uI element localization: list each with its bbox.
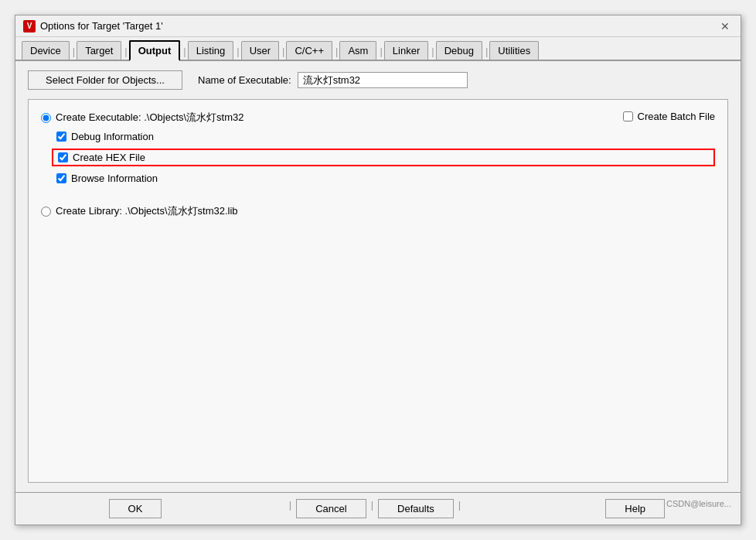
sep1: | xyxy=(71,46,77,57)
create-executable-radio[interactable] xyxy=(41,113,51,123)
footer-center: | Cancel | Defaults | xyxy=(255,499,495,518)
create-batch-file-label: Create Batch File xyxy=(638,111,715,122)
tab-linker[interactable]: Linker xyxy=(384,41,428,60)
footer-sep2: | xyxy=(371,499,373,518)
app-icon: V xyxy=(23,20,36,32)
create-hex-file-checkbox[interactable] xyxy=(58,152,68,162)
watermark: CSDN@leisure... xyxy=(666,499,734,518)
defaults-button[interactable]: Defaults xyxy=(378,499,454,518)
content-area: Select Folder for Objects... Name of Exe… xyxy=(15,61,741,492)
create-library-radio[interactable] xyxy=(41,207,51,217)
dialog: V Options for Target 'Target 1' ✕ Device… xyxy=(15,15,741,525)
tab-utilities[interactable]: Utilities xyxy=(489,41,539,60)
tab-target[interactable]: Target xyxy=(77,41,121,60)
debug-information-checkbox[interactable] xyxy=(56,132,66,142)
create-hex-row: Create HEX File xyxy=(52,149,715,166)
footer-sep1: | xyxy=(289,499,291,518)
sep7: | xyxy=(378,46,383,57)
title-bar-left: V Options for Target 'Target 1' xyxy=(23,20,163,32)
top-row: Select Folder for Objects... Name of Exe… xyxy=(28,70,728,90)
options-box: Create Batch File Create Executable: .\O… xyxy=(28,99,728,483)
tab-asm[interactable]: Asm xyxy=(339,41,376,60)
sep8: | xyxy=(430,46,435,57)
cancel-button[interactable]: Cancel xyxy=(296,499,366,518)
tab-user[interactable]: User xyxy=(241,41,279,60)
name-row: Name of Executable: xyxy=(198,72,728,88)
browse-information-checkbox[interactable] xyxy=(56,173,66,183)
debug-info-row: Debug Information xyxy=(56,131,715,142)
create-batch-area: Create Batch File xyxy=(623,111,715,122)
footer: OK | Cancel | Defaults | Help CSDN@leisu… xyxy=(15,492,741,525)
dialog-title: Options for Target 'Target 1' xyxy=(40,20,163,32)
name-of-executable-label: Name of Executable: xyxy=(198,74,291,86)
executable-name-input[interactable] xyxy=(298,72,468,88)
create-executable-label: Create Executable: .\Objects\流水灯stm32 xyxy=(56,111,244,125)
tab-cpp[interactable]: C/C++ xyxy=(286,41,332,60)
browse-info-row: Browse Information xyxy=(56,173,715,184)
tab-output[interactable]: Output xyxy=(129,40,181,61)
sep6: | xyxy=(334,46,339,57)
title-bar: V Options for Target 'Target 1' ✕ xyxy=(15,15,741,37)
tab-debug[interactable]: Debug xyxy=(436,41,482,60)
help-button[interactable]: Help xyxy=(605,499,665,518)
footer-right: Help CSDN@leisure... xyxy=(495,499,741,518)
divider xyxy=(41,190,715,198)
create-library-label: Create Library: .\Objects\流水灯stm32.lib xyxy=(56,204,238,218)
tab-bar: Device | Target | Output | Listing | Use… xyxy=(15,37,741,61)
select-folder-button[interactable]: Select Folder for Objects... xyxy=(28,70,182,90)
footer-left: OK xyxy=(15,499,255,518)
create-executable-row: Create Executable: .\Objects\流水灯stm32 xyxy=(41,111,715,125)
create-library-row: Create Library: .\Objects\流水灯stm32.lib xyxy=(41,204,715,218)
sep9: | xyxy=(484,46,489,57)
ok-button[interactable]: OK xyxy=(109,499,162,518)
create-hex-file-label: Create HEX File xyxy=(73,152,145,163)
create-batch-file-checkbox[interactable] xyxy=(623,111,633,121)
sep3: | xyxy=(182,46,187,57)
sep4: | xyxy=(235,46,240,57)
sep2: | xyxy=(123,46,128,57)
browse-information-label: Browse Information xyxy=(71,173,158,184)
tab-listing[interactable]: Listing xyxy=(188,41,234,60)
tab-device[interactable]: Device xyxy=(22,41,70,60)
sep5: | xyxy=(281,46,286,57)
close-button[interactable]: ✕ xyxy=(717,19,733,34)
footer-sep3: | xyxy=(458,499,461,518)
debug-information-label: Debug Information xyxy=(71,131,154,142)
